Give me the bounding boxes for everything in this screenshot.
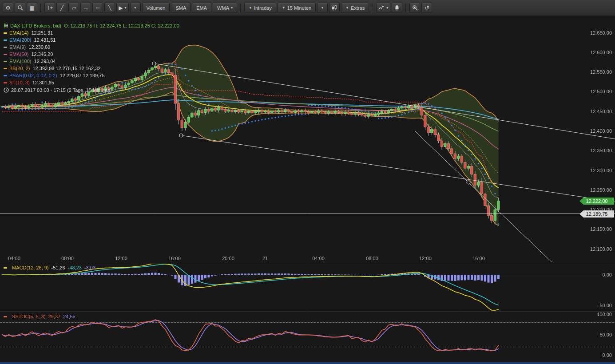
stoch-d-value: 24,55 xyxy=(63,314,75,319)
panel-tick-label: 0,00 xyxy=(603,272,612,277)
ray-tool-button[interactable]: ╲ xyxy=(104,3,115,13)
macd-hist-value: -3,03 xyxy=(84,265,95,270)
search-button[interactable] xyxy=(15,3,25,13)
text-tool-icon: T+ xyxy=(47,5,53,11)
toolbar-separator xyxy=(40,4,41,12)
candlestick-icon xyxy=(331,5,337,11)
indicator-name: EMA(14) xyxy=(9,30,28,36)
price-tick-label: 12.600,00 xyxy=(590,50,612,55)
macd-legend[interactable]: MACD(12, 26, 9) -51,26 -48,23 -3,03 xyxy=(4,265,95,270)
horizontal-line-tool-button[interactable]: ─ xyxy=(80,3,91,13)
time-tick-label: 08:00 xyxy=(366,256,378,261)
clock-icon xyxy=(4,87,9,93)
legend-item-ema100[interactable]: EMA(100)12.393,04 xyxy=(4,58,179,65)
time-tick-label: 16:00 xyxy=(472,256,485,261)
color-swatch xyxy=(4,316,7,317)
dashed-line-tool-button[interactable]: ┅ xyxy=(92,3,103,13)
panel-tick-label: 0,00 xyxy=(603,352,612,358)
chevron-down-icon: ▾ xyxy=(321,6,323,10)
legend-item-ema14[interactable]: EMA(14)12.251,31 xyxy=(4,29,179,36)
tools-dropdown-button[interactable]: ▾ xyxy=(130,3,141,13)
panel-tick-label: 50,00 xyxy=(599,332,612,337)
time-tick-label: 04:00 xyxy=(312,256,325,261)
indicator-value: 12.229,87 12.189,75 xyxy=(60,73,105,78)
chart-legend: DAX (JFD Brokers, bid) O: 12.213,75 H: 1… xyxy=(4,22,179,94)
legend-item-bb[interactable]: BB(20, 2)12.393,98 12.278,15 12.162,32 xyxy=(4,65,179,72)
line-tool-button[interactable]: ╱ xyxy=(56,3,67,13)
chevron-down-icon: ▾ xyxy=(386,6,388,10)
color-swatch xyxy=(4,267,7,269)
chevron-down-icon: ▾ xyxy=(125,6,127,10)
panel-tick-label: -50,00 xyxy=(598,303,612,308)
timerange-text: 20.07.2017 03:00 - 17:15 (2 Tage, 15 Min… xyxy=(11,87,112,93)
line-tool-icon: ╱ xyxy=(60,5,63,11)
layout-grid-button[interactable]: ▦ xyxy=(27,3,37,13)
chart-type-candles-button[interactable] xyxy=(329,3,340,13)
symbol-name: DAX (JFD Brokers, bid) xyxy=(10,23,61,28)
indicator-name: MACD(12, 26, 9) xyxy=(12,265,49,270)
interval-dropdown[interactable]: ▼15 Minuten xyxy=(278,3,316,13)
wma-label: WMA xyxy=(217,5,229,11)
indicator-value: 12.345,20 xyxy=(31,51,53,57)
indicator-name: EMA(50) xyxy=(9,51,28,57)
legend-item-ema200[interactable]: EMA(200)12.431,51 xyxy=(4,36,179,44)
macd-value: -51,26 xyxy=(52,265,65,270)
stoch-legend[interactable]: SSTOC(5, 5, 3) 29,37 24,55 xyxy=(4,314,75,319)
indicator-name: EMA(200) xyxy=(9,37,32,43)
indicator-name: PSAR(0.02, 0.02, 0.2) xyxy=(9,73,57,78)
legend-item-ema50[interactable]: EMA(50)12.345,20 xyxy=(4,51,179,58)
indicator-name: SSTOC(5, 5, 3) xyxy=(12,314,46,319)
color-swatch xyxy=(4,68,7,69)
interval-more-button[interactable]: ▾ xyxy=(317,3,328,13)
text-tool-button[interactable]: T+ xyxy=(44,3,55,13)
settings-button[interactable]: ⚙ xyxy=(3,3,13,13)
chevron-down-icon: ▼ xyxy=(345,6,349,10)
chevron-down-icon: ▼ xyxy=(282,6,286,10)
timerange-row: 20.07.2017 03:00 - 17:15 (2 Tage, 15 Min… xyxy=(4,86,179,94)
undo-button[interactable]: ↺ xyxy=(421,3,432,13)
last-price-badge: 12.222,00 xyxy=(579,198,614,205)
horizontal-line-icon: ─ xyxy=(84,5,88,11)
time-tick-label: 21 xyxy=(262,256,268,261)
time-tick-label: 04:00 xyxy=(8,256,20,261)
indicator-name: ST(10, 3) xyxy=(9,80,30,85)
indicator-name: EMA(9) xyxy=(9,44,26,50)
chevron-down-icon: ▾ xyxy=(135,6,136,10)
zoom-in-button[interactable] xyxy=(409,3,420,13)
panel-tick-label: 100,00 xyxy=(597,312,612,317)
price-tick-label: 12.100,00 xyxy=(590,246,612,252)
legend-item-psar[interactable]: PSAR(0.02, 0.02, 0.2)12.229,87 12.189,75 xyxy=(4,72,179,79)
search-icon xyxy=(17,5,23,11)
price-tick-label: 12.650,00 xyxy=(590,30,612,36)
price-tick-label: 12.550,00 xyxy=(590,69,612,75)
volumen-button[interactable]: Volumen xyxy=(142,3,170,13)
wma-button[interactable]: WMA▾ xyxy=(213,3,237,13)
bell-icon xyxy=(394,5,400,11)
sma-button[interactable]: SMA xyxy=(171,3,190,13)
color-swatch xyxy=(4,32,7,34)
symbol-title-row[interactable]: DAX (JFD Brokers, bid) O: 12.213,75 H: 1… xyxy=(4,22,179,29)
indicator-value: 12.251,31 xyxy=(31,30,53,36)
undo-icon: ↺ xyxy=(425,5,429,11)
chart-style-button[interactable]: ▾ xyxy=(376,3,390,13)
toolbar: ⚙ ▦ T+ ╱ ▱ ─ ┅ ╲ ▶▾ ▾ Volumen SMA EMA WM… xyxy=(0,0,615,16)
indicator-value: 12.431,51 xyxy=(34,37,56,43)
channel-tool-button[interactable]: ▱ xyxy=(68,3,79,13)
pointer-tool-button[interactable]: ▶▾ xyxy=(116,3,128,13)
indicator-value: 12.393,98 12.278,15 12.162,32 xyxy=(32,66,100,71)
trading-app: ⚙ ▦ T+ ╱ ▱ ─ ┅ ╲ ▶▾ ▾ Volumen SMA EMA WM… xyxy=(0,0,615,364)
indicator-value: 12.393,04 xyxy=(34,59,56,64)
color-swatch xyxy=(4,47,7,48)
indicator-name: BB(20, 2) xyxy=(9,66,30,71)
interval-label: 15 Minuten xyxy=(287,5,311,11)
ema-button[interactable]: EMA xyxy=(192,3,211,13)
chevron-down-icon: ▾ xyxy=(231,6,233,10)
alerts-bell-button[interactable] xyxy=(392,3,402,13)
ray-tool-icon: ╲ xyxy=(108,5,111,11)
extras-dropdown[interactable]: ▼Extras xyxy=(341,3,369,13)
legend-item-st[interactable]: ST(10, 3)12.301,65 xyxy=(4,79,179,86)
zoom-in-icon xyxy=(412,5,418,11)
intraday-dropdown[interactable]: ▼Intraday xyxy=(244,3,276,13)
legend-item-ema9[interactable]: EMA(9)12.230,60 xyxy=(4,44,179,51)
channel-tool-icon: ▱ xyxy=(72,5,76,11)
